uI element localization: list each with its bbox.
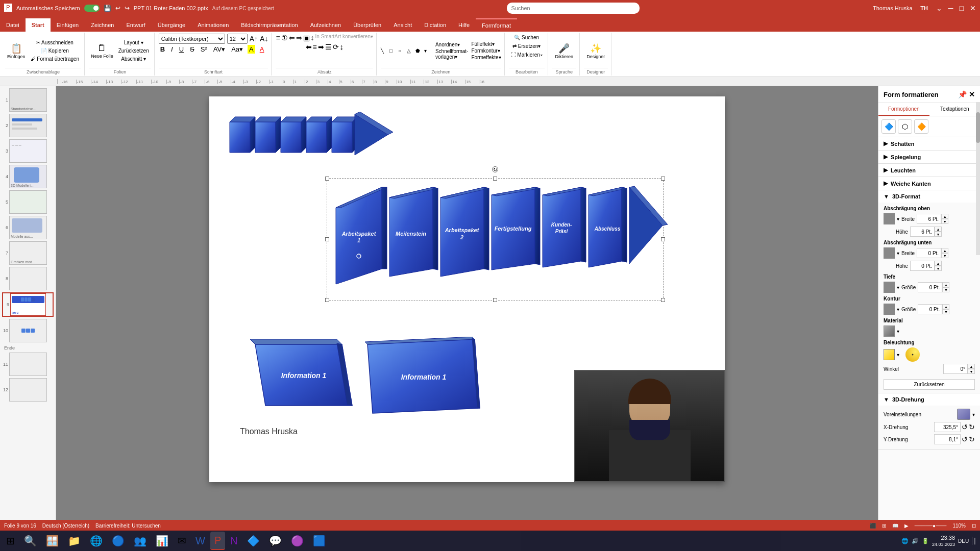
spin-up-4[interactable]: ▲	[935, 261, 942, 266]
tray-sound[interactable]: 🔊	[912, 538, 919, 544]
taskbar-teams[interactable]: 👥	[130, 532, 151, 550]
tiefe-größe[interactable]	[918, 282, 942, 292]
btn-layout[interactable]: Layout ▾	[116, 39, 151, 46]
slide-thumb[interactable]: 3 ─ ─ ─	[2, 139, 54, 163]
y-rotate-right-btn[interactable]: ↻	[969, 435, 975, 443]
btn-anordnen[interactable]: Anordnen▾	[435, 42, 468, 47]
canvas-area[interactable]: ↻	[56, 86, 878, 520]
presentation-view-btn[interactable]: ▶	[904, 523, 909, 529]
btn-abschnitt[interactable]: Abschnitt ▾	[116, 55, 151, 63]
taskbar-chrome[interactable]: 🔵	[108, 532, 129, 550]
abschr-oben-höhe[interactable]	[910, 227, 935, 237]
tab-ansicht[interactable]: Ansicht	[387, 18, 418, 32]
taskbar-onenote[interactable]: N	[226, 532, 241, 550]
btn-underline[interactable]: U	[178, 45, 185, 54]
btn-einfügen[interactable]: 📋 Einfügen	[5, 42, 28, 60]
btn-formeffekte[interactable]: Formeffekte▾	[471, 55, 501, 60]
btn-bullet-list[interactable]: ≡	[276, 34, 280, 42]
dropdown-arrow-v[interactable]: ▾	[972, 412, 975, 417]
tab-aufzeichnen[interactable]: Aufzeichnen	[304, 18, 348, 32]
toolbar-redo[interactable]: ↪	[125, 5, 130, 12]
btn-neue-folie[interactable]: 🗒 Neue Folie	[89, 42, 115, 60]
dropdown-arrow-2[interactable]: ▾	[897, 251, 899, 256]
btn-change-case[interactable]: Aa▾	[230, 45, 244, 54]
spin-up-5[interactable]: ▲	[942, 282, 949, 287]
btn-align-right[interactable]: ➡	[318, 43, 324, 51]
section-weiche-kanten-header[interactable]: ▶ Weiche Kanten	[878, 177, 980, 190]
dropdown-arrow-4[interactable]: ▾	[897, 307, 899, 312]
font-size[interactable]: 12	[227, 34, 248, 44]
slide-sorter-btn[interactable]: ⊞	[882, 523, 886, 529]
info-box-1[interactable]: Information 1	[240, 339, 357, 411]
section-3d-format-header[interactable]: ▼ 3D-Format	[878, 190, 980, 203]
y-drehung-val[interactable]	[934, 434, 961, 444]
slide-thumb[interactable]: 7 Grafiken mod...	[2, 241, 54, 265]
btn-designer[interactable]: ✨ Designer	[584, 42, 607, 60]
beleuchtung-color[interactable]	[884, 349, 895, 360]
btn-text-direction[interactable]: ⟳	[333, 43, 339, 51]
x-drehung-val[interactable]	[934, 422, 961, 432]
spin-down-7[interactable]: ▼	[968, 369, 975, 374]
font-increase[interactable]: A↑	[250, 35, 258, 43]
zoom-slider[interactable]: ─────●───	[915, 523, 947, 529]
toolbar-save[interactable]: 💾	[104, 5, 111, 12]
tab-textoptionen[interactable]: Textoptionen	[929, 103, 981, 116]
tab-hilfe[interactable]: Hilfe	[452, 18, 476, 32]
spin-down-2[interactable]: ▼	[935, 232, 942, 237]
btn-zurücksetzen[interactable]: Zurücksetzen	[116, 47, 151, 55]
slide-thumb[interactable]: 5	[2, 190, 54, 214]
btn-num-list[interactable]: ①	[281, 34, 288, 42]
language-indicator[interactable]: Deutsch (Österreich)	[42, 523, 89, 529]
abschr-unten-höhe[interactable]	[910, 261, 935, 271]
taskbar-app2[interactable]: 💬	[265, 532, 286, 550]
taskbar-excel[interactable]: 📊	[152, 532, 173, 550]
section-spiegelung-header[interactable]: ▶ Spiegelung	[878, 151, 980, 163]
btn-indent[interactable]: ⇒	[296, 34, 302, 42]
shape-1[interactable]: ╲	[381, 48, 389, 54]
tab-animationen[interactable]: Animationen	[191, 18, 235, 32]
tray-show-desktop[interactable]: │	[972, 537, 978, 545]
shape-4[interactable]: △	[407, 48, 415, 54]
window-close[interactable]: ✕	[970, 4, 976, 12]
btn-diktieren[interactable]: 🎤 Diktieren	[553, 42, 576, 60]
btn-text-align-v[interactable]: ↨	[340, 43, 344, 51]
voreinstellungen-box[interactable]	[957, 409, 970, 420]
abschr-oben-breite[interactable]	[917, 214, 941, 224]
taskbar-taskview[interactable]: 🪟	[42, 532, 63, 550]
fit-to-window-btn[interactable]: ⊡	[972, 523, 976, 529]
spin-down-3[interactable]: ▼	[941, 253, 948, 258]
taskbar-edge[interactable]: 🌐	[86, 532, 107, 550]
panel-icon-effects[interactable]: 🔶	[914, 119, 928, 134]
taskbar-app1[interactable]: 🔷	[243, 532, 264, 550]
btn-char-spacing[interactable]: AV▾	[212, 45, 227, 54]
btn-fülleffekt[interactable]: Fülleffekt▾	[471, 41, 501, 47]
taskbar-outlook[interactable]: ✉	[174, 532, 190, 550]
btn-highlight[interactable]: A	[248, 45, 255, 54]
btn-justify[interactable]: ☰	[325, 43, 332, 51]
tab-formoptionen[interactable]: Formoptionen	[878, 103, 929, 116]
y-rotate-left-btn[interactable]: ↺	[962, 435, 968, 443]
tab-einfügen[interactable]: Einfügen	[51, 18, 85, 32]
slide-thumb-active[interactable]: 9 Info 1	[2, 292, 54, 317]
btn-suchen[interactable]: 🔍 Suchen	[512, 34, 541, 41]
shape-5[interactable]: ⬟	[415, 48, 424, 54]
dropdown-arrow-5[interactable]: ▾	[897, 329, 899, 334]
abschr-unten-color[interactable]	[884, 247, 895, 259]
btn-italic[interactable]: I	[169, 45, 175, 54]
taskbar-app3[interactable]: 🟣	[287, 532, 308, 550]
spin-down-4[interactable]: ▼	[935, 266, 942, 271]
btn-bold[interactable]: B	[159, 45, 166, 54]
dropdown-arrow-3[interactable]: ▾	[897, 285, 899, 290]
ribbon-collapse-btn[interactable]: ⌄	[936, 4, 942, 12]
slide-thumb[interactable]: 12	[2, 378, 54, 402]
material-color[interactable]	[884, 325, 895, 337]
taskbar-powerpoint[interactable]: P	[210, 532, 225, 550]
tab-überprüfen[interactable]: Überprüfen	[347, 18, 387, 32]
panel-close-btn[interactable]: ✕	[969, 90, 975, 98]
window-minimize[interactable]: ─	[948, 4, 953, 12]
shapes-more[interactable]: ▾	[424, 48, 432, 54]
slide-thumb[interactable]: 4 3D Modelle i...	[2, 165, 54, 188]
section-leuchten-header[interactable]: ▶ Leuchten	[878, 164, 980, 177]
panel-pin-btn[interactable]: 📌	[958, 90, 967, 98]
panel-scrollbar[interactable]	[976, 102, 980, 255]
